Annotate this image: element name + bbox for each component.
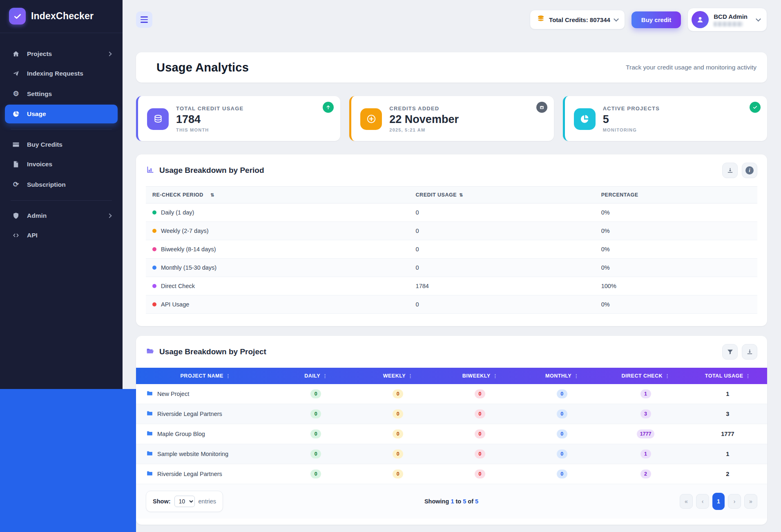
info-icon: i bbox=[745, 166, 754, 174]
sidebar: IndexChecker Projects Indexing Requests … bbox=[0, 0, 123, 389]
column-header-direct-check[interactable]: DIRECT CHECK⋮ bbox=[603, 373, 688, 379]
project-row[interactable]: Sample website Monitoring 0 0 0 0 1 1 bbox=[136, 444, 767, 464]
biweekly-dot bbox=[152, 247, 156, 251]
column-menu-icon: ⋮ bbox=[408, 373, 413, 379]
send-icon bbox=[11, 70, 20, 77]
stat-cards-row: TOTAL CREDIT USAGE 1784 THIS MONTH CREDI… bbox=[136, 96, 767, 141]
sidebar-item-admin[interactable]: Admin bbox=[5, 206, 118, 225]
sidebar-item-settings[interactable]: ⚙ Settings bbox=[5, 84, 118, 104]
chevron-right-icon bbox=[107, 213, 112, 218]
refresh-icon: ⟳ bbox=[11, 180, 20, 189]
page-subtitle: Track your credit usage and monitoring a… bbox=[626, 64, 756, 71]
column-header-biweekly[interactable]: BIWEEKLY⋮ bbox=[439, 373, 521, 379]
sidebar-item-projects[interactable]: Projects bbox=[5, 45, 118, 63]
direct-check-badge: 2 bbox=[640, 469, 651, 478]
column-header-percentage: PERCENTAGE bbox=[601, 192, 751, 198]
column-menu-icon: ⋮ bbox=[323, 373, 328, 379]
project-row[interactable]: Maple Group Blog 0 0 0 0 1777 1777 bbox=[136, 424, 767, 444]
sort-icon: ⇅ bbox=[459, 192, 463, 197]
column-header-daily[interactable]: DAILY⋮ bbox=[275, 373, 357, 379]
buy-credit-button[interactable]: Buy credit bbox=[631, 11, 681, 28]
sidebar-item-buy-credits[interactable]: Buy Credits bbox=[5, 135, 118, 154]
section-header: Usage Breakdown by Project bbox=[136, 336, 767, 368]
section-title: Usage Breakdown by Project bbox=[159, 347, 266, 356]
project-row[interactable]: Riverside Legal Partners 0 0 0 0 2 2 bbox=[136, 464, 767, 484]
percentage-value: 0% bbox=[601, 301, 751, 308]
column-header-recheck-period[interactable]: RE-CHECK PERIOD⇅ bbox=[152, 192, 416, 198]
weekly-badge: 0 bbox=[393, 429, 403, 438]
credit-usage-value: 0 bbox=[416, 228, 601, 234]
entries-label: entries bbox=[199, 498, 216, 505]
project-name: Riverside Legal Partners bbox=[157, 411, 222, 417]
percentage-value: 0% bbox=[601, 246, 751, 253]
last-page-button[interactable]: » bbox=[744, 494, 757, 509]
bottom-left-blue-panel bbox=[0, 389, 136, 532]
period-label: Biweekly (8-14 days) bbox=[161, 246, 216, 253]
info-button[interactable]: i bbox=[742, 163, 757, 178]
daily-badge: 0 bbox=[310, 469, 321, 478]
api-usage-dot bbox=[152, 302, 156, 306]
sidebar-item-api[interactable]: API bbox=[5, 226, 118, 245]
daily-badge: 0 bbox=[310, 409, 321, 418]
sort-icon: ⇅ bbox=[210, 192, 214, 198]
project-row[interactable]: New Project 0 0 0 0 1 1 bbox=[136, 384, 767, 404]
percentage-value: 100% bbox=[601, 283, 751, 289]
sidebar-item-label: Subscription bbox=[27, 181, 66, 188]
check-circle-icon bbox=[750, 102, 761, 113]
sidebar-nav: Projects Indexing Requests ⚙ Settings Us… bbox=[0, 33, 123, 245]
column-header-total-usage[interactable]: TOTAL USAGE⋮ bbox=[688, 373, 767, 379]
page-title: Usage Analytics bbox=[156, 61, 249, 74]
download-button[interactable] bbox=[742, 344, 757, 360]
monthly-badge: 0 bbox=[557, 469, 567, 478]
prev-page-button[interactable]: ‹ bbox=[696, 494, 709, 509]
section-title: Usage Breakdown by Period bbox=[159, 166, 264, 175]
folder-icon bbox=[146, 430, 153, 438]
sidebar-item-invoices[interactable]: Invoices bbox=[5, 155, 118, 174]
user-menu[interactable]: BCD Admin bbox=[687, 8, 767, 31]
sidebar-item-subscription[interactable]: ⟳ Subscription bbox=[5, 174, 118, 194]
home-icon bbox=[11, 50, 20, 58]
monthly-badge: 0 bbox=[557, 449, 567, 458]
column-header-monthly[interactable]: MONTHLY⋮ bbox=[521, 373, 603, 379]
logo-check-icon bbox=[9, 8, 26, 25]
sidebar-item-indexing-requests[interactable]: Indexing Requests bbox=[5, 64, 118, 83]
weekly-dot bbox=[152, 229, 156, 233]
page-1-button[interactable]: 1 bbox=[712, 493, 725, 510]
project-row[interactable]: Riverside Legal Partners 0 0 0 0 3 3 bbox=[136, 404, 767, 424]
project-name: Sample website Monitoring bbox=[157, 451, 228, 457]
filter-button[interactable] bbox=[722, 344, 738, 360]
stat-value: 1784 bbox=[176, 113, 243, 126]
percentage-value: 0% bbox=[601, 228, 751, 234]
folder-icon bbox=[146, 470, 153, 478]
menu-toggle-button[interactable] bbox=[136, 11, 152, 28]
biweekly-badge: 0 bbox=[475, 389, 485, 398]
period-row-biweekly: Biweekly (8-14 days) 0 0% bbox=[146, 240, 757, 259]
pie-chart-icon bbox=[11, 110, 20, 118]
avatar bbox=[692, 11, 709, 28]
chevron-down-icon bbox=[756, 16, 761, 22]
stat-label: CREDITS ADDED bbox=[389, 105, 459, 112]
usage-by-period-section: Usage Breakdown by Period i RE-CHECK PER… bbox=[136, 154, 767, 326]
daily-badge: 0 bbox=[310, 449, 321, 458]
download-button[interactable] bbox=[722, 163, 738, 178]
topbar-right: Total Credits: 807344 Buy credit BCD Adm… bbox=[530, 8, 767, 31]
period-row-direct-check: Direct Check 1784 100% bbox=[146, 277, 757, 295]
column-header-credit-usage[interactable]: CREDIT USAGE⇅ bbox=[416, 192, 601, 198]
trend-up-icon bbox=[323, 102, 334, 113]
next-page-button[interactable]: › bbox=[728, 494, 741, 509]
main-content: Total Credits: 807344 Buy credit BCD Adm… bbox=[136, 0, 767, 532]
daily-badge: 0 bbox=[310, 389, 321, 398]
column-header-project-name[interactable]: PROJECT NAME⋮ bbox=[136, 373, 275, 379]
chevron-down-icon bbox=[614, 16, 619, 22]
column-header-weekly[interactable]: WEEKLY⋮ bbox=[357, 373, 439, 379]
project-table-header: PROJECT NAME⋮ DAILY⋮ WEEKLY⋮ BIWEEKLY⋮ M… bbox=[136, 368, 767, 384]
usage-by-project-section: Usage Breakdown by Project PROJECT NAME⋮… bbox=[136, 336, 767, 525]
first-page-button[interactable]: « bbox=[680, 494, 693, 509]
period-row-monthly: Monthly (15-30 days) 0 0% bbox=[146, 259, 757, 277]
total-credits-dropdown[interactable]: Total Credits: 807344 bbox=[530, 10, 625, 29]
period-label: Daily (1 day) bbox=[161, 209, 194, 216]
folder-open-icon bbox=[146, 347, 154, 357]
page-size-select[interactable]: 10 bbox=[174, 496, 195, 507]
column-menu-icon: ⋮ bbox=[226, 373, 231, 379]
sidebar-item-usage[interactable]: Usage bbox=[5, 105, 118, 123]
